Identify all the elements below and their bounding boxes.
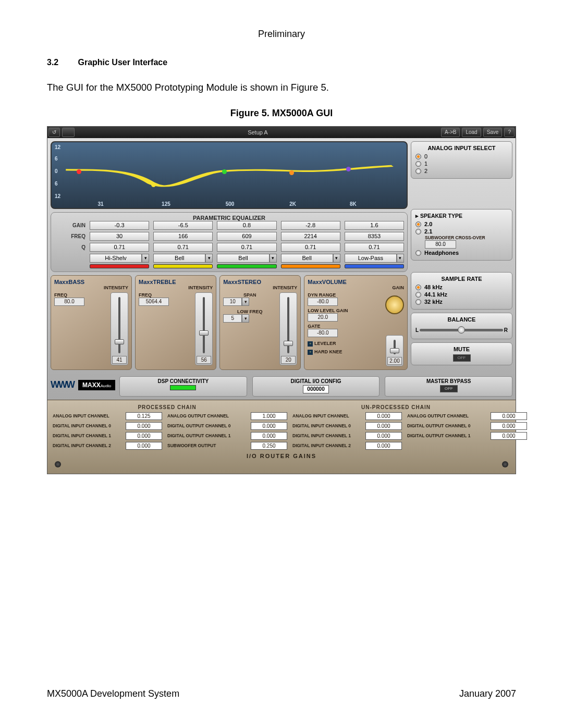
chain-output-value[interactable]: 0.000: [251, 422, 287, 430]
slider-value: 20: [281, 356, 296, 364]
headphones-option[interactable]: Headphones: [415, 250, 508, 256]
eq-node[interactable]: [77, 169, 81, 174]
radio-label: 2.0: [424, 221, 432, 227]
eq-q-2[interactable]: 0.71: [153, 243, 213, 252]
radio-icon: [415, 299, 421, 305]
mute-toggle[interactable]: OFF: [453, 354, 471, 362]
sr-32[interactable]: 32 kHz: [415, 299, 508, 305]
eq-band-chip[interactable]: [90, 264, 149, 268]
lowfreq-field[interactable]: 5: [223, 314, 242, 323]
setup-name[interactable]: Setup A: [76, 127, 440, 138]
hardknee-checkbox[interactable]: ◦: [308, 350, 313, 355]
chain-input-value[interactable]: 0.000: [365, 442, 402, 450]
lowfreq-label: LOW FREQ: [223, 309, 276, 314]
dropdown-icon[interactable]: ▾: [142, 254, 149, 263]
undo-button[interactable]: ↺: [48, 128, 60, 137]
chain-output-value[interactable]: 0.000: [491, 432, 527, 440]
eq-type-4[interactable]: Bell: [281, 254, 333, 263]
eq-gain-1[interactable]: -0.3: [90, 221, 149, 230]
maxxtreble-freq-field[interactable]: 5064.4: [139, 298, 169, 306]
maxxvolume-gain-slider[interactable]: 2.00: [386, 335, 403, 366]
chain-input-value[interactable]: 0.000: [365, 422, 402, 430]
dropdown-icon[interactable]: ▾: [242, 298, 249, 306]
dropdown-icon[interactable]: ▾: [242, 314, 249, 323]
eq-type-3[interactable]: Bell: [217, 254, 269, 263]
eq-freq-3[interactable]: 609: [217, 232, 276, 241]
eq-q-4[interactable]: 0.71: [281, 243, 340, 252]
eq-freq-1[interactable]: 30: [90, 232, 149, 241]
chain-output-value[interactable]: 0.250: [251, 442, 287, 450]
eq-type-2[interactable]: Bell: [153, 254, 205, 263]
chain-output-value[interactable]: 0.000: [251, 432, 287, 440]
maxxbass-intensity-slider[interactable]: 41: [111, 292, 128, 365]
chain-output-value[interactable]: 0.000: [491, 412, 527, 420]
radio-label: 2: [424, 168, 427, 174]
chain-output-value[interactable]: 0.000: [491, 422, 527, 430]
eq-gain-5[interactable]: 1.6: [345, 221, 404, 230]
eq-gain-4[interactable]: -2.8: [281, 221, 340, 230]
radio-label: 48 kHz: [424, 284, 443, 290]
chain-input-value[interactable]: 0.125: [126, 412, 162, 420]
span-field[interactable]: 10: [223, 298, 242, 306]
eq-freq-2[interactable]: 166: [153, 232, 213, 241]
slider-value: 41: [112, 356, 127, 364]
eq-gain-2[interactable]: -6.5: [153, 221, 213, 230]
eq-node[interactable]: [222, 169, 227, 174]
eq-gain-3[interactable]: 0.8: [217, 221, 276, 230]
analog-input-option-2[interactable]: 2: [415, 168, 508, 174]
radio-label: 0: [424, 153, 427, 159]
ab-button[interactable]: A->B: [441, 128, 460, 137]
chain-output-value[interactable]: 1.000: [251, 412, 287, 420]
lowlevel-field[interactable]: 20.0: [308, 313, 338, 322]
maxx-logo: MAXXAudio: [78, 380, 115, 390]
eq-node[interactable]: [346, 167, 351, 171]
sr-44-1[interactable]: 44.1 kHz: [415, 291, 508, 298]
sub-crossover-field[interactable]: 80.0: [425, 240, 456, 249]
balance-slider[interactable]: [420, 329, 503, 331]
sr-48[interactable]: 48 kHz: [415, 284, 508, 290]
load-button[interactable]: Load: [462, 128, 481, 137]
eq-band-chip[interactable]: [153, 264, 213, 268]
eq-freq-4[interactable]: 2214: [281, 232, 340, 241]
chain-input-value[interactable]: 0.000: [365, 432, 402, 440]
span-label: SPAN: [223, 292, 276, 298]
io-config-field[interactable]: 000000: [303, 385, 329, 393]
analog-input-option-1[interactable]: 1: [415, 161, 508, 167]
speaker-option-2-0[interactable]: 2.0: [415, 221, 508, 227]
save-button[interactable]: Save: [483, 128, 503, 137]
volume-knob[interactable]: [385, 295, 404, 314]
gate-field[interactable]: -80.0: [308, 329, 338, 337]
dropdown-icon[interactable]: ▾: [205, 254, 213, 263]
chain-input-value[interactable]: 0.000: [126, 442, 162, 450]
eq-q-1[interactable]: 0.71: [90, 243, 149, 252]
io-router-title: I/O ROUTER GAINS: [53, 453, 510, 459]
maxxtreble-intensity-slider[interactable]: 56: [195, 292, 213, 365]
dynrange-field[interactable]: -80.0: [308, 298, 338, 306]
bypass-toggle[interactable]: OFF: [440, 385, 458, 392]
chain-input-value[interactable]: 0.000: [126, 432, 162, 440]
analog-input-option-0[interactable]: 0: [415, 153, 508, 159]
speaker-option-2-1[interactable]: 2.1: [415, 228, 508, 235]
eq-type-5[interactable]: Low-Pass: [345, 254, 397, 263]
waves-logo-icon: WWW: [51, 379, 74, 390]
dropdown-icon[interactable]: ▾: [333, 254, 340, 263]
help-button[interactable]: ?: [504, 128, 515, 137]
chain-input-value[interactable]: 0.000: [365, 412, 402, 420]
balance-l-label: L: [415, 327, 419, 333]
intensity-label: INTENSITY: [223, 285, 297, 290]
eq-graph[interactable]: 12 6 0 6 12 31 125 500 2K 8K: [51, 141, 408, 209]
maxxstereo-intensity-slider[interactable]: 20: [279, 292, 297, 365]
eq-q-5[interactable]: 0.71: [345, 243, 404, 252]
dropdown-icon[interactable]: ▾: [270, 254, 277, 263]
leveler-checkbox[interactable]: ◦: [308, 341, 313, 347]
chain-input-value[interactable]: 0.000: [126, 422, 162, 430]
eq-type-1[interactable]: Hi-Shelv: [90, 254, 142, 263]
eq-node[interactable]: [151, 182, 156, 187]
dropdown-icon[interactable]: ▾: [397, 254, 404, 263]
eq-band-chip[interactable]: [281, 264, 340, 268]
eq-freq-5[interactable]: 8353: [345, 232, 404, 241]
maxxbass-freq-field[interactable]: 80.0: [54, 298, 84, 306]
eq-band-chip[interactable]: [217, 264, 276, 268]
eq-band-chip[interactable]: [345, 264, 404, 268]
eq-q-3[interactable]: 0.71: [217, 243, 276, 252]
